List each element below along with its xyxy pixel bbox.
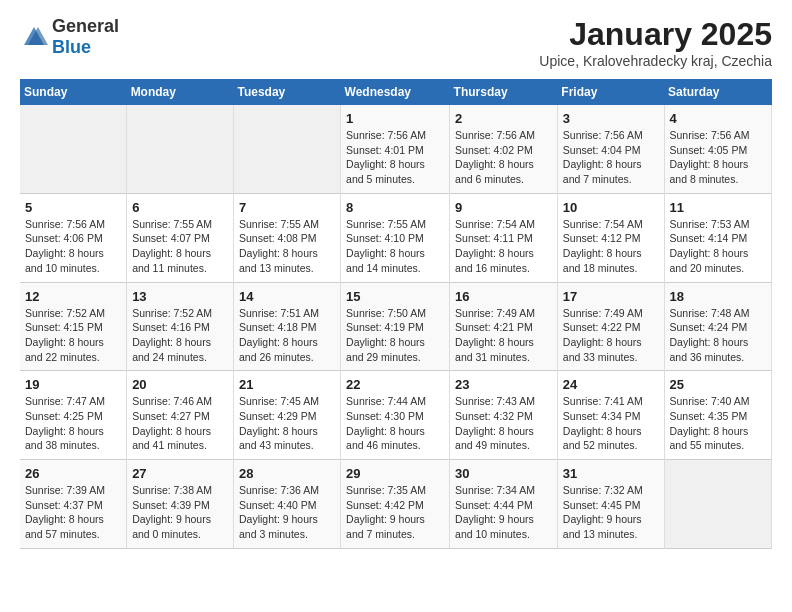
day-number: 31 [563, 466, 659, 481]
day-number: 19 [25, 377, 121, 392]
calendar-cell: 27Sunrise: 7:38 AM Sunset: 4:39 PM Dayli… [127, 460, 234, 549]
day-number: 26 [25, 466, 121, 481]
calendar-cell [664, 460, 772, 549]
day-info: Sunrise: 7:44 AM Sunset: 4:30 PM Dayligh… [346, 394, 444, 453]
main-title: January 2025 [539, 16, 772, 53]
day-info: Sunrise: 7:48 AM Sunset: 4:24 PM Dayligh… [670, 306, 767, 365]
day-info: Sunrise: 7:56 AM Sunset: 4:02 PM Dayligh… [455, 128, 552, 187]
day-number: 6 [132, 200, 228, 215]
day-info: Sunrise: 7:55 AM Sunset: 4:08 PM Dayligh… [239, 217, 335, 276]
calendar-cell: 1Sunrise: 7:56 AM Sunset: 4:01 PM Daylig… [341, 105, 450, 193]
day-number: 18 [670, 289, 767, 304]
day-number: 1 [346, 111, 444, 126]
day-info: Sunrise: 7:50 AM Sunset: 4:19 PM Dayligh… [346, 306, 444, 365]
day-number: 13 [132, 289, 228, 304]
calendar-cell: 11Sunrise: 7:53 AM Sunset: 4:14 PM Dayli… [664, 193, 772, 282]
day-number: 27 [132, 466, 228, 481]
day-number: 7 [239, 200, 335, 215]
calendar-cell: 15Sunrise: 7:50 AM Sunset: 4:19 PM Dayli… [341, 282, 450, 371]
weekday-header: Thursday [450, 79, 558, 105]
day-number: 20 [132, 377, 228, 392]
day-number: 17 [563, 289, 659, 304]
day-info: Sunrise: 7:32 AM Sunset: 4:45 PM Dayligh… [563, 483, 659, 542]
calendar-cell: 18Sunrise: 7:48 AM Sunset: 4:24 PM Dayli… [664, 282, 772, 371]
calendar-cell: 20Sunrise: 7:46 AM Sunset: 4:27 PM Dayli… [127, 371, 234, 460]
day-number: 9 [455, 200, 552, 215]
day-info: Sunrise: 7:52 AM Sunset: 4:15 PM Dayligh… [25, 306, 121, 365]
day-number: 16 [455, 289, 552, 304]
calendar-week-row: 5Sunrise: 7:56 AM Sunset: 4:06 PM Daylig… [20, 193, 772, 282]
calendar-cell: 4Sunrise: 7:56 AM Sunset: 4:05 PM Daylig… [664, 105, 772, 193]
day-info: Sunrise: 7:46 AM Sunset: 4:27 PM Dayligh… [132, 394, 228, 453]
calendar-cell: 22Sunrise: 7:44 AM Sunset: 4:30 PM Dayli… [341, 371, 450, 460]
day-info: Sunrise: 7:34 AM Sunset: 4:44 PM Dayligh… [455, 483, 552, 542]
calendar-cell: 30Sunrise: 7:34 AM Sunset: 4:44 PM Dayli… [450, 460, 558, 549]
calendar-cell: 2Sunrise: 7:56 AM Sunset: 4:02 PM Daylig… [450, 105, 558, 193]
logo-icon [20, 23, 48, 51]
day-number: 30 [455, 466, 552, 481]
calendar-cell: 7Sunrise: 7:55 AM Sunset: 4:08 PM Daylig… [233, 193, 340, 282]
day-info: Sunrise: 7:51 AM Sunset: 4:18 PM Dayligh… [239, 306, 335, 365]
logo-blue: Blue [52, 37, 91, 57]
day-info: Sunrise: 7:56 AM Sunset: 4:06 PM Dayligh… [25, 217, 121, 276]
weekday-header: Monday [127, 79, 234, 105]
calendar-cell: 24Sunrise: 7:41 AM Sunset: 4:34 PM Dayli… [557, 371, 664, 460]
day-info: Sunrise: 7:38 AM Sunset: 4:39 PM Dayligh… [132, 483, 228, 542]
calendar-table: SundayMondayTuesdayWednesdayThursdayFrid… [20, 79, 772, 549]
calendar-cell: 12Sunrise: 7:52 AM Sunset: 4:15 PM Dayli… [20, 282, 127, 371]
day-info: Sunrise: 7:54 AM Sunset: 4:12 PM Dayligh… [563, 217, 659, 276]
day-number: 11 [670, 200, 767, 215]
day-number: 14 [239, 289, 335, 304]
day-info: Sunrise: 7:55 AM Sunset: 4:07 PM Dayligh… [132, 217, 228, 276]
day-info: Sunrise: 7:36 AM Sunset: 4:40 PM Dayligh… [239, 483, 335, 542]
day-info: Sunrise: 7:56 AM Sunset: 4:01 PM Dayligh… [346, 128, 444, 187]
day-info: Sunrise: 7:39 AM Sunset: 4:37 PM Dayligh… [25, 483, 121, 542]
calendar-cell: 13Sunrise: 7:52 AM Sunset: 4:16 PM Dayli… [127, 282, 234, 371]
day-number: 25 [670, 377, 767, 392]
calendar-cell: 29Sunrise: 7:35 AM Sunset: 4:42 PM Dayli… [341, 460, 450, 549]
day-number: 28 [239, 466, 335, 481]
calendar-week-row: 26Sunrise: 7:39 AM Sunset: 4:37 PM Dayli… [20, 460, 772, 549]
subtitle: Upice, Kralovehradecky kraj, Czechia [539, 53, 772, 69]
day-info: Sunrise: 7:35 AM Sunset: 4:42 PM Dayligh… [346, 483, 444, 542]
logo: General Blue [20, 16, 119, 58]
day-number: 12 [25, 289, 121, 304]
calendar-week-row: 12Sunrise: 7:52 AM Sunset: 4:15 PM Dayli… [20, 282, 772, 371]
logo-general: General [52, 16, 119, 36]
weekday-header: Tuesday [233, 79, 340, 105]
calendar-cell: 31Sunrise: 7:32 AM Sunset: 4:45 PM Dayli… [557, 460, 664, 549]
calendar-cell: 16Sunrise: 7:49 AM Sunset: 4:21 PM Dayli… [450, 282, 558, 371]
calendar-cell: 25Sunrise: 7:40 AM Sunset: 4:35 PM Dayli… [664, 371, 772, 460]
calendar-cell: 3Sunrise: 7:56 AM Sunset: 4:04 PM Daylig… [557, 105, 664, 193]
day-info: Sunrise: 7:49 AM Sunset: 4:21 PM Dayligh… [455, 306, 552, 365]
calendar-cell: 9Sunrise: 7:54 AM Sunset: 4:11 PM Daylig… [450, 193, 558, 282]
day-info: Sunrise: 7:43 AM Sunset: 4:32 PM Dayligh… [455, 394, 552, 453]
weekday-header: Saturday [664, 79, 772, 105]
day-number: 29 [346, 466, 444, 481]
day-info: Sunrise: 7:53 AM Sunset: 4:14 PM Dayligh… [670, 217, 767, 276]
day-number: 8 [346, 200, 444, 215]
calendar-cell: 8Sunrise: 7:55 AM Sunset: 4:10 PM Daylig… [341, 193, 450, 282]
day-number: 2 [455, 111, 552, 126]
weekday-header: Sunday [20, 79, 127, 105]
calendar-cell: 23Sunrise: 7:43 AM Sunset: 4:32 PM Dayli… [450, 371, 558, 460]
day-number: 15 [346, 289, 444, 304]
weekday-header: Friday [557, 79, 664, 105]
calendar-cell: 26Sunrise: 7:39 AM Sunset: 4:37 PM Dayli… [20, 460, 127, 549]
day-number: 23 [455, 377, 552, 392]
day-number: 4 [670, 111, 767, 126]
day-number: 22 [346, 377, 444, 392]
day-number: 10 [563, 200, 659, 215]
day-info: Sunrise: 7:47 AM Sunset: 4:25 PM Dayligh… [25, 394, 121, 453]
day-info: Sunrise: 7:56 AM Sunset: 4:05 PM Dayligh… [670, 128, 767, 187]
day-number: 21 [239, 377, 335, 392]
calendar-cell: 17Sunrise: 7:49 AM Sunset: 4:22 PM Dayli… [557, 282, 664, 371]
day-info: Sunrise: 7:49 AM Sunset: 4:22 PM Dayligh… [563, 306, 659, 365]
day-info: Sunrise: 7:41 AM Sunset: 4:34 PM Dayligh… [563, 394, 659, 453]
calendar-week-row: 19Sunrise: 7:47 AM Sunset: 4:25 PM Dayli… [20, 371, 772, 460]
calendar-cell: 5Sunrise: 7:56 AM Sunset: 4:06 PM Daylig… [20, 193, 127, 282]
day-number: 5 [25, 200, 121, 215]
day-info: Sunrise: 7:52 AM Sunset: 4:16 PM Dayligh… [132, 306, 228, 365]
title-section: January 2025 Upice, Kralovehradecky kraj… [539, 16, 772, 69]
calendar-cell: 28Sunrise: 7:36 AM Sunset: 4:40 PM Dayli… [233, 460, 340, 549]
